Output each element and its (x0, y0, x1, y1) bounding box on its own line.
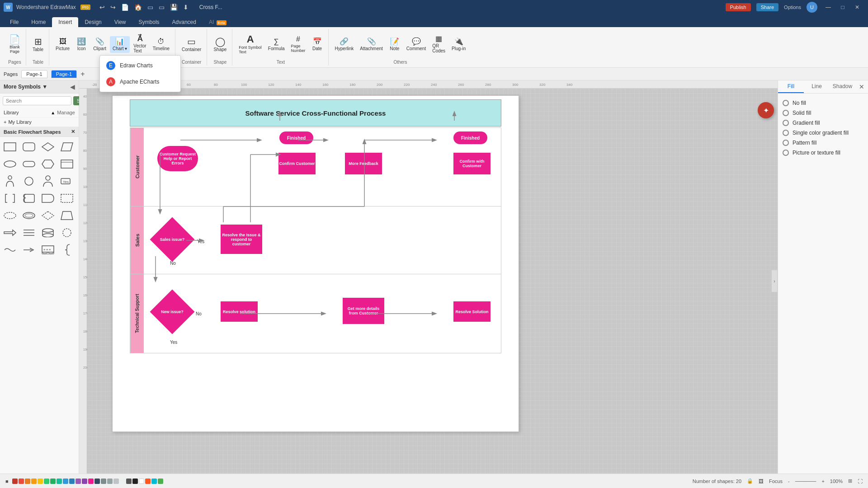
shape-item-rounded-rect[interactable] (21, 139, 37, 155)
shadow-tab[interactable]: Shadow (830, 80, 855, 93)
shape-item-rect[interactable] (2, 139, 18, 155)
shape-item-scroll[interactable] (21, 190, 37, 206)
page-tab-active[interactable]: Page-1 (51, 70, 77, 78)
shape-item-trapezoid[interactable] (59, 207, 75, 224)
pattern-fill-option[interactable]: Pattern fill (783, 138, 863, 148)
canvas-page[interactable]: Software Service Cross-Functional Proces… (112, 95, 519, 432)
shape-item-diamond2[interactable] (40, 207, 56, 224)
finished-left-shape[interactable]: Finished (279, 131, 313, 144)
shape-item-ellipse2[interactable] (2, 207, 18, 224)
shape-button[interactable]: ◯ Shape (211, 35, 229, 54)
font-symbol-button[interactable]: A Font SymbolText (236, 33, 264, 56)
color-swatch-13[interactable] (94, 479, 100, 484)
qr-codes-button[interactable]: ▦ QRCodes (429, 33, 448, 55)
attachment-button[interactable]: 📎 Attachment (357, 36, 386, 53)
shape-item-arrow[interactable] (2, 225, 18, 241)
share-button[interactable]: Share (756, 3, 778, 11)
canvas-work[interactable]: Software Service Cross-Functional Proces… (87, 89, 778, 474)
manage-link[interactable]: Manage (57, 110, 75, 115)
restore-btn[interactable]: ▭ (157, 3, 166, 12)
resolve-solution-shape[interactable]: Resolve solution (221, 301, 258, 322)
color-swatch-8[interactable] (57, 479, 62, 484)
picture-fill-radio[interactable] (783, 150, 789, 156)
hyperlink-button[interactable]: 🔗 Hyperlink (332, 36, 357, 53)
shape-item-rect3[interactable] (59, 190, 75, 206)
pattern-fill-radio[interactable] (783, 140, 789, 146)
no-fill-option[interactable]: No fill (783, 98, 863, 108)
tab-advanced[interactable]: Advanced (166, 17, 203, 27)
shape-item-circle[interactable] (21, 173, 37, 189)
shape-item-ellipse3[interactable] (21, 207, 37, 224)
color-swatch-11[interactable] (75, 479, 81, 484)
formula-button[interactable]: ∑ Formula (265, 36, 288, 53)
blank-page-button[interactable]: 📄 BlankPage (6, 33, 23, 56)
right-panel-collapse-btn[interactable]: › (771, 270, 778, 292)
shape-item-tag[interactable]: Yes (59, 173, 75, 189)
timeline-button[interactable]: ⏱ Timeline (150, 36, 172, 53)
canvas-container[interactable]: -20 0 20 40 60 80 100 120 140 160 180 20… (79, 80, 778, 474)
clipart-button[interactable]: 📎 Clipart (90, 36, 109, 53)
finished-right-shape[interactable]: Finished (453, 131, 487, 144)
shape-item-avatar[interactable] (40, 173, 56, 189)
plugin-button[interactable]: 🔌 Plug-in (449, 36, 468, 53)
home-btn[interactable]: 🏠 (132, 3, 144, 12)
page-indicator[interactable]: ■ (5, 479, 9, 484)
undo-btn[interactable]: ↩ (98, 3, 107, 12)
shape-item-bracket[interactable] (2, 190, 18, 206)
icon-button[interactable]: 🔣 Icon (73, 36, 90, 53)
right-panel-close-btn[interactable]: ✕ (855, 81, 868, 92)
color-swatch-5[interactable] (38, 479, 43, 484)
note-button[interactable]: 📝 Note (387, 36, 403, 53)
tab-view[interactable]: View (108, 17, 132, 27)
zoom-in-icon[interactable]: + (821, 479, 824, 484)
confirm-customer-shape[interactable]: Confirm Customer (278, 153, 316, 174)
shape-item-rect2[interactable] (59, 156, 75, 172)
color-swatch-pink[interactable] (88, 479, 94, 484)
shape-item-hexagon[interactable] (40, 156, 56, 172)
color-swatch-17[interactable] (120, 479, 125, 484)
zoom-out-icon[interactable]: - (788, 479, 790, 484)
color-swatch-9[interactable] (63, 479, 68, 484)
color-swatch-16[interactable] (113, 479, 119, 484)
line-tab[interactable]: Line (804, 80, 830, 93)
close-window[interactable]: ✕ (850, 0, 864, 14)
resolve-issue-shape[interactable]: Resolve the Issue & respond to customer (221, 225, 262, 254)
tab-file[interactable]: File (4, 17, 25, 27)
fullscreen-icon[interactable]: ⛶ (858, 479, 863, 484)
chart-button[interactable]: 📊 Chart ▾ (110, 36, 130, 53)
tab-design[interactable]: Design (78, 17, 108, 27)
focus-label[interactable]: Focus (769, 479, 783, 484)
resolve-solution-right-shape[interactable]: Resolve Solution (453, 301, 491, 322)
shape-item-ellipse-h[interactable] (2, 156, 18, 172)
color-swatch-15[interactable] (107, 479, 113, 484)
new-file-btn[interactable]: 📄 (119, 3, 131, 12)
more-feedback-shape[interactable]: More Feedback (345, 153, 382, 174)
single-gradient-fill-option[interactable]: Single color gradient fill (783, 128, 863, 138)
shape-item-circle2[interactable] (59, 225, 75, 241)
color-swatch-14[interactable] (101, 479, 106, 484)
edraw-charts-option[interactable]: E Edraw Charts (100, 57, 180, 74)
color-swatch-12[interactable] (82, 479, 87, 484)
tab-ai[interactable]: AI Beta (203, 17, 233, 27)
solid-fill-radio[interactable] (783, 110, 789, 116)
picture-button[interactable]: 🖼 Picture (53, 36, 72, 53)
color-swatch-1[interactable] (12, 479, 18, 484)
tab-insert[interactable]: Insert (52, 17, 78, 27)
single-gradient-radio[interactable] (783, 130, 789, 136)
no-fill-radio[interactable] (783, 100, 789, 106)
color-swatch-green[interactable] (158, 479, 163, 484)
publish-button[interactable]: Publish (726, 3, 751, 11)
more-btn[interactable]: ⬇ (181, 3, 190, 12)
add-page-button[interactable]: + (80, 70, 85, 78)
redo-btn[interactable]: ↪ (108, 3, 118, 12)
search-input[interactable] (3, 96, 71, 105)
zoom-level[interactable]: 100% (830, 479, 843, 484)
color-swatch-7[interactable] (50, 479, 56, 484)
table-button[interactable]: ⊞ Table (30, 35, 46, 54)
page-number-button[interactable]: # PageNumber (288, 34, 308, 55)
save-btn[interactable]: 💾 (168, 3, 179, 12)
zoom-slider[interactable]: ────── (795, 479, 816, 484)
color-swatch-dark[interactable] (126, 479, 132, 484)
color-swatch-6[interactable] (44, 479, 49, 484)
solid-fill-option[interactable]: Solid fill (783, 108, 863, 118)
